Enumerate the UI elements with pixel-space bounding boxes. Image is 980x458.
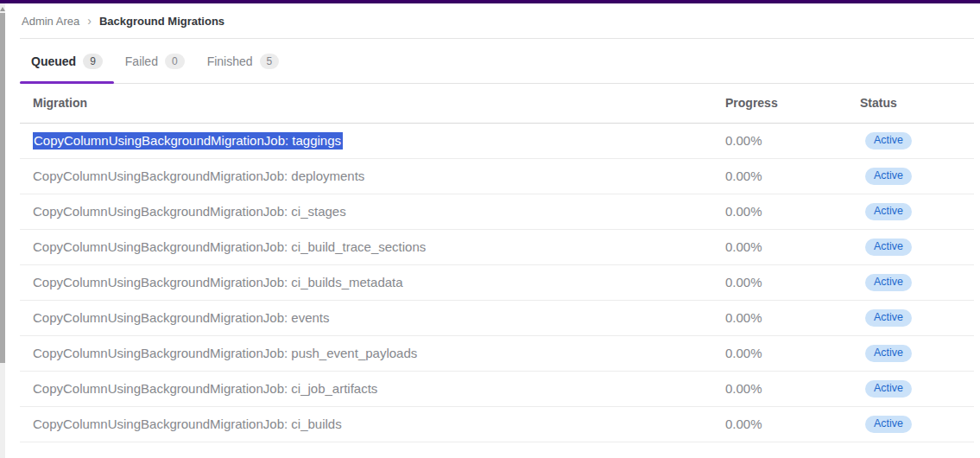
progress-cell: 0.00% [725, 335, 860, 371]
progress-cell: 0.00% [725, 300, 860, 335]
status-cell: Active [860, 264, 974, 300]
tab-label: Failed [125, 54, 158, 68]
table-row: CopyColumnUsingBackgroundMigrationJob: t… [20, 123, 974, 158]
table-row: CopyColumnUsingBackgroundMigrationJob: e… [20, 300, 974, 335]
migrations-tabs: Queued 9 Failed 0 Finished 5 [20, 39, 974, 84]
status-badge: Active [865, 203, 912, 220]
scrollbar-up-arrow-icon[interactable] [0, 7, 5, 11]
status-badge: Active [865, 309, 912, 327]
breadcrumb-link-admin-area[interactable]: Admin Area [22, 15, 79, 28]
scrollbar-thumb[interactable] [0, 13, 5, 363]
migration-name-cell: CopyColumnUsingBackgroundMigrationJob: c… [20, 406, 725, 442]
table-row: CopyColumnUsingBackgroundMigrationJob: p… [20, 335, 974, 371]
tab-queued[interactable]: Queued 9 [20, 39, 114, 83]
migration-name-cell: CopyColumnUsingBackgroundMigrationJob: e… [20, 300, 725, 335]
status-badge: Active [865, 345, 912, 362]
table-row: CopyColumnUsingBackgroundMigrationJob: c… [20, 406, 974, 442]
migration-name-cell: CopyColumnUsingBackgroundMigrationJob: c… [20, 371, 725, 406]
status-cell: Active [860, 123, 974, 158]
table-row: CopyColumnUsingBackgroundMigrationJob: c… [20, 264, 974, 300]
table-row: CopyColumnUsingBackgroundMigrationJob: c… [20, 229, 974, 264]
migration-name-cell: CopyColumnUsingBackgroundMigrationJob: t… [20, 123, 725, 158]
migration-name-cell: CopyColumnUsingBackgroundMigrationJob: c… [20, 229, 725, 264]
status-badge: Active [865, 380, 912, 398]
migration-name-cell: CopyColumnUsingBackgroundMigrationJob: d… [20, 158, 725, 194]
table-row: CopyColumnUsingBackgroundMigrationJob: c… [20, 371, 974, 406]
header-status: Status [860, 84, 974, 123]
header-migration: Migration [20, 84, 725, 123]
table-row: CopyColumnUsingBackgroundMigrationJob: c… [20, 194, 974, 229]
left-scrollbar-track[interactable] [0, 3, 5, 458]
tab-label: Finished [207, 54, 253, 68]
tab-label: Queued [31, 54, 76, 68]
status-badge: Active [865, 416, 912, 433]
main-content: Admin Area › Background Migrations Queue… [20, 3, 974, 442]
progress-cell: 0.00% [725, 229, 860, 264]
status-cell: Active [860, 229, 974, 264]
header-progress: Progress [725, 84, 860, 123]
progress-cell: 0.00% [725, 123, 860, 158]
breadcrumb: Admin Area › Background Migrations [20, 3, 974, 39]
status-cell: Active [860, 158, 974, 194]
status-cell: Active [860, 371, 974, 406]
tab-failed[interactable]: Failed 0 [114, 39, 196, 83]
status-cell: Active [860, 335, 974, 371]
progress-cell: 0.00% [725, 406, 860, 442]
tab-count-badge: 5 [260, 54, 280, 69]
progress-cell: 0.00% [725, 158, 860, 194]
tab-count-badge: 0 [165, 54, 185, 69]
tab-finished[interactable]: Finished 5 [196, 39, 291, 83]
migration-name-cell: CopyColumnUsingBackgroundMigrationJob: c… [20, 264, 725, 300]
migration-name-cell: CopyColumnUsingBackgroundMigrationJob: p… [20, 335, 725, 371]
chevron-right-icon: › [87, 15, 92, 27]
table-row: CopyColumnUsingBackgroundMigrationJob: d… [20, 158, 974, 194]
progress-cell: 0.00% [725, 371, 860, 406]
status-badge: Active [865, 239, 912, 256]
migrations-table: Migration Progress Status CopyColumnUsin… [20, 84, 974, 442]
status-badge: Active [865, 132, 912, 149]
migration-name-cell: CopyColumnUsingBackgroundMigrationJob: c… [20, 194, 725, 229]
status-cell: Active [860, 406, 974, 442]
status-cell: Active [860, 300, 974, 335]
table-header-row: Migration Progress Status [20, 84, 974, 123]
status-cell: Active [860, 194, 974, 229]
progress-cell: 0.00% [725, 264, 860, 300]
status-badge: Active [865, 168, 912, 185]
migrations-table-body: CopyColumnUsingBackgroundMigrationJob: t… [20, 123, 974, 442]
progress-cell: 0.00% [725, 194, 860, 229]
breadcrumb-current-page: Background Migrations [99, 15, 224, 28]
status-badge: Active [865, 274, 912, 291]
tab-count-badge: 9 [83, 54, 103, 69]
